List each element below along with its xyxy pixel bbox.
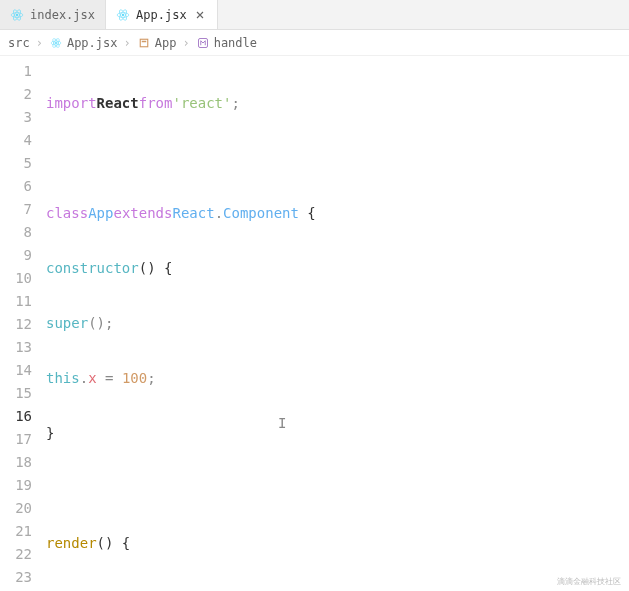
chevron-right-icon: › [180, 36, 191, 50]
breadcrumb-label: App [155, 36, 177, 50]
code-editor[interactable]: 1 2 3 4 5 6 7 8 9 10 11 12 13 14 15 16 1… [0, 56, 629, 591]
text-cursor-icon: I [278, 415, 286, 431]
tab-bar: index.jsx App.jsx [0, 0, 629, 30]
chevron-right-icon: › [34, 36, 45, 50]
line-number: 9 [0, 244, 32, 267]
line-number: 16 [0, 405, 32, 428]
code-line [46, 147, 629, 170]
line-number: 4 [0, 129, 32, 152]
breadcrumb-class[interactable]: App [137, 36, 177, 50]
svg-point-8 [55, 42, 57, 44]
chevron-right-icon: › [122, 36, 133, 50]
class-icon [137, 36, 151, 50]
react-file-icon [49, 36, 63, 50]
line-number: 5 [0, 152, 32, 175]
code-line: super(); [46, 312, 629, 335]
react-file-icon [10, 8, 24, 22]
tab-label: App.jsx [136, 8, 187, 22]
line-number: 15 [0, 382, 32, 405]
svg-point-4 [122, 13, 124, 15]
method-icon [196, 36, 210, 50]
line-number: 21 [0, 520, 32, 543]
line-number: 13 [0, 336, 32, 359]
line-number: 20 [0, 497, 32, 520]
line-number: 22 [0, 543, 32, 566]
line-number: 2 [0, 83, 32, 106]
line-number: 11 [0, 290, 32, 313]
code-line: this.x = 100; [46, 367, 629, 390]
code-line [46, 477, 629, 500]
line-number: 18 [0, 451, 32, 474]
close-icon[interactable] [193, 8, 207, 22]
code-line: constructor() { [46, 257, 629, 280]
line-number: 8 [0, 221, 32, 244]
line-number: 1 [0, 60, 32, 83]
line-number: 12 [0, 313, 32, 336]
code-line: class App extends React.Component { [46, 202, 629, 225]
svg-rect-12 [140, 39, 148, 47]
svg-point-0 [16, 13, 18, 15]
line-number: 10 [0, 267, 32, 290]
tab-app-jsx[interactable]: App.jsx [106, 0, 218, 29]
line-number: 6 [0, 175, 32, 198]
watermark-text: 滴滴金融科技社区 [557, 576, 621, 587]
code-line: } [46, 422, 629, 445]
breadcrumb-method[interactable]: handle [196, 36, 257, 50]
code-line: import React from 'react'; [46, 92, 629, 115]
line-number: 19 [0, 474, 32, 497]
line-number: 3 [0, 106, 32, 129]
breadcrumb-label: src [8, 36, 30, 50]
tab-label: index.jsx [30, 8, 95, 22]
line-number-gutter: 1 2 3 4 5 6 7 8 9 10 11 12 13 14 15 16 1… [0, 56, 46, 591]
breadcrumb-label: handle [214, 36, 257, 50]
line-number: 17 [0, 428, 32, 451]
tab-index-jsx[interactable]: index.jsx [0, 0, 106, 29]
line-number: 14 [0, 359, 32, 382]
code-line: render() { [46, 532, 629, 555]
react-file-icon [116, 8, 130, 22]
breadcrumb-label: App.jsx [67, 36, 118, 50]
line-number: 23 [0, 566, 32, 589]
line-number: 7 [0, 198, 32, 221]
breadcrumb-src[interactable]: src [8, 36, 30, 50]
code-line: return <div> [46, 587, 629, 591]
breadcrumb-file[interactable]: App.jsx [49, 36, 118, 50]
svg-rect-13 [141, 40, 146, 42]
breadcrumb: src › App.jsx › App › handle [0, 30, 629, 56]
code-content[interactable]: import React from 'react'; class App ext… [46, 56, 629, 591]
